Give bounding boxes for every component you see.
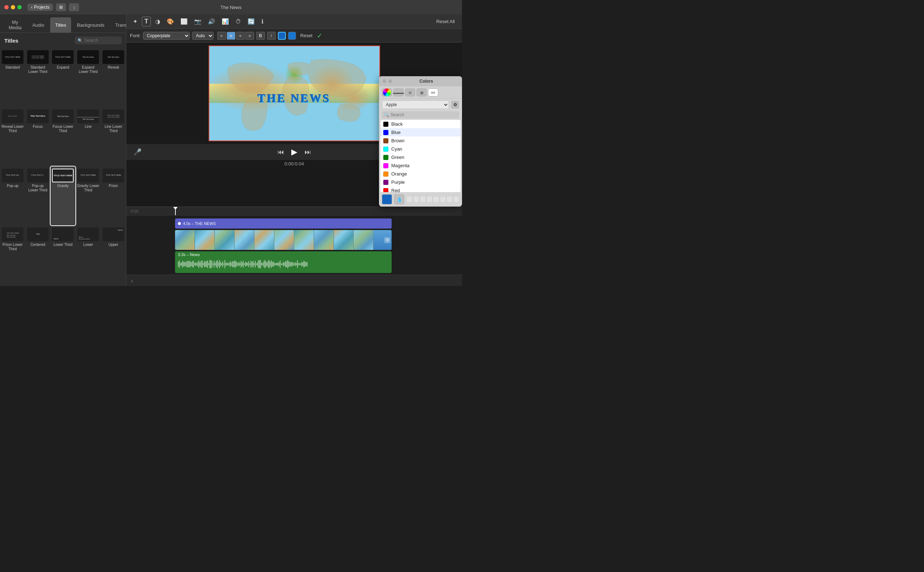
- waveform-bar: [225, 260, 225, 268]
- list-item[interactable]: Green: [380, 153, 460, 162]
- list-item[interactable]: Title Centered: [25, 225, 51, 284]
- palette-cell[interactable]: [453, 196, 459, 203]
- info-button[interactable]: ℹ: [259, 17, 266, 26]
- color-wheel-button[interactable]: 🎨: [164, 17, 176, 26]
- palette-cell[interactable]: [406, 196, 412, 203]
- tab-titles[interactable]: Titles: [50, 17, 71, 33]
- tab-audio[interactable]: Audio: [27, 17, 49, 33]
- palette-cell[interactable]: [413, 196, 419, 203]
- palette-cell[interactable]: [433, 196, 439, 203]
- colors-close[interactable]: [383, 79, 386, 83]
- back-to-projects-button[interactable]: ‹ Projects: [28, 4, 53, 11]
- italic-button[interactable]: I: [267, 32, 276, 40]
- align-right-button[interactable]: ≡: [236, 32, 245, 40]
- skip-back-button[interactable]: ⏮: [278, 148, 284, 156]
- align-justify-button[interactable]: ≡: [245, 32, 254, 40]
- stabilize-button[interactable]: 🔄: [245, 17, 257, 26]
- list-item[interactable]: Black: [380, 120, 460, 128]
- waveform-bar: [234, 260, 235, 268]
- list-item[interactable]: TITLE TEXT HERE Gravity Lower Third: [76, 166, 101, 226]
- list-item[interactable]: TITLE TEXT HE... Pop-up: [0, 166, 25, 226]
- list-item[interactable]: Name Lower Third: [51, 225, 76, 284]
- close-button[interactable]: [4, 5, 9, 9]
- list-item[interactable]: Title Text Here Focus Lower Third: [51, 107, 76, 166]
- list-item[interactable]: TITLE TEXT HERE Gravity: [51, 166, 76, 226]
- text-color-button[interactable]: [278, 32, 286, 40]
- magic-wand-button[interactable]: ✦: [131, 17, 140, 26]
- fullscreen-button[interactable]: [17, 5, 22, 9]
- colors-minimize[interactable]: [388, 79, 392, 83]
- palette-cell[interactable]: [446, 196, 453, 203]
- list-item[interactable]: Cyan: [380, 145, 460, 153]
- tab-backgrounds[interactable]: Backgrounds: [72, 17, 109, 33]
- speed-button[interactable]: ⏱: [233, 17, 243, 26]
- search-box[interactable]: 🔍: [75, 36, 122, 44]
- audio-track[interactable]: 3.3s – News: [175, 251, 392, 273]
- camera-button[interactable]: 📷: [192, 17, 203, 26]
- title-item-label: Pop-up Lower Third: [27, 184, 49, 193]
- color-image-tab[interactable]: ▦: [417, 89, 426, 96]
- list-item[interactable]: Name Upper: [101, 225, 126, 284]
- list-item[interactable]: Title Text Here Line: [76, 107, 101, 166]
- music-icon: ♪: [131, 278, 133, 283]
- font-size-select[interactable]: Auto: [192, 32, 214, 40]
- list-item[interactable]: Title Text Here Reveal Lower Third: [0, 107, 25, 166]
- color-sliders-tab[interactable]: ▬▬▬: [394, 89, 403, 96]
- grid-view-button[interactable]: ⊞: [56, 3, 66, 11]
- list-item[interactable]: Title Text Here Reveal: [101, 48, 126, 107]
- color-search-box[interactable]: 🔍: [382, 111, 459, 118]
- play-button[interactable]: ▶: [291, 147, 298, 157]
- list-item[interactable]: Title Text Here Focus: [25, 107, 51, 166]
- eyedropper-button[interactable]: 💧: [394, 194, 404, 204]
- list-item[interactable]: TITLE TEXT HERETITLE TEXT HERE Line Lowe…: [101, 107, 126, 166]
- list-item[interactable]: TITLE TEXT HERE Expand: [51, 48, 76, 107]
- font-select[interactable]: Copperplate: [143, 32, 190, 40]
- microphone-button[interactable]: 🎤: [133, 148, 141, 156]
- color-list-tab[interactable]: ≡≡: [428, 89, 438, 96]
- color-button[interactable]: ◑: [153, 17, 163, 26]
- waveform-bar: [298, 263, 299, 266]
- confirm-button[interactable]: ✓: [317, 32, 322, 40]
- bold-button[interactable]: B: [256, 32, 265, 40]
- align-center-button[interactable]: ≡: [227, 32, 235, 40]
- list-item[interactable]: TITLE TEXT HERE Standard: [0, 48, 25, 107]
- color-picker-tab[interactable]: ⊞: [405, 89, 415, 96]
- palette-settings-button[interactable]: ⚙: [451, 101, 459, 109]
- align-left-button[interactable]: ≡: [217, 32, 226, 40]
- list-item[interactable]: TITLE TEXT HERETitle Text HereTitle Text…: [0, 225, 25, 284]
- title-text-button[interactable]: T: [142, 17, 151, 26]
- waveform-bar: [222, 261, 223, 267]
- list-item[interactable]: TITLE TEXT HERETITLE TEXT HERE Standard …: [25, 48, 51, 107]
- list-item[interactable]: TITLE TEXT HERE Prism: [101, 166, 126, 226]
- video-track[interactable]: ⊞: [175, 230, 392, 250]
- palette-cell[interactable]: [426, 196, 433, 203]
- chart-button[interactable]: 📊: [219, 17, 231, 26]
- search-input[interactable]: [84, 38, 117, 43]
- list-item[interactable]: TITLE TEXT H... Pop-up Lower Third: [25, 166, 51, 226]
- volume-button[interactable]: 🔊: [206, 17, 217, 26]
- tab-my-media[interactable]: My Media: [4, 17, 26, 33]
- crop-button[interactable]: ⬜: [178, 17, 190, 26]
- list-item[interactable]: Blue: [380, 128, 460, 137]
- palette-select[interactable]: Apple: [382, 100, 449, 109]
- list-item[interactable]: Magenta: [380, 162, 460, 170]
- palette-cell[interactable]: [440, 196, 446, 203]
- download-button[interactable]: ↓: [69, 3, 79, 11]
- reset-all-button[interactable]: Reset All: [434, 17, 458, 26]
- list-item[interactable]: NameName/Description Lower: [76, 225, 101, 284]
- skip-forward-button[interactable]: ⏭: [305, 148, 311, 156]
- reset-button[interactable]: Reset: [298, 32, 315, 39]
- list-item[interactable]: Title Text Here Expand Lower Third: [76, 48, 101, 107]
- palette-cell[interactable]: [420, 196, 426, 203]
- list-item[interactable]: Orange: [380, 170, 460, 178]
- background-color-button[interactable]: [288, 32, 296, 40]
- list-item[interactable]: Purple: [380, 178, 460, 187]
- list-item[interactable]: Brown: [380, 137, 460, 145]
- minimize-button[interactable]: [11, 5, 15, 9]
- title-track[interactable]: 4.0s – THE NEWS: [175, 219, 392, 228]
- list-item[interactable]: Red: [380, 187, 460, 192]
- color-wheel-tab[interactable]: [382, 89, 392, 96]
- color-search-input[interactable]: [391, 112, 457, 117]
- waveform-bar: [307, 262, 307, 267]
- playhead[interactable]: [175, 207, 176, 215]
